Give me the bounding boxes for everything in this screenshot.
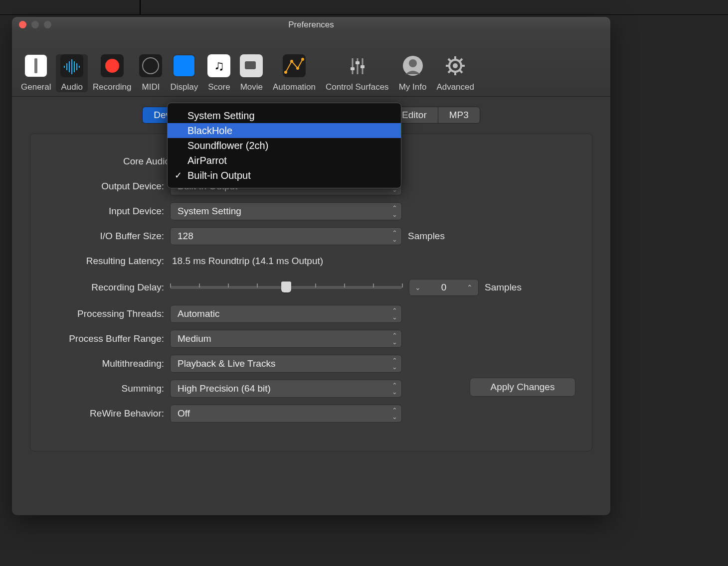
display-icon [173, 54, 195, 77]
chevron-down-icon[interactable]: ⌄ [409, 280, 426, 295]
summing-select[interactable]: High Precision (64 bit) ⌃⌄ [170, 380, 402, 398]
midi-icon [139, 54, 162, 77]
apply-changes-button[interactable]: Apply Changes [470, 378, 575, 397]
chevron-updown-icon: ⌃⌄ [392, 357, 397, 370]
svg-rect-15 [356, 61, 360, 64]
core-audio-label: Core Audio [45, 156, 176, 167]
svg-point-18 [409, 59, 417, 67]
toolbar-advanced[interactable]: Advanced [431, 54, 479, 92]
gear-icon [444, 54, 467, 77]
waveform-icon [60, 54, 83, 77]
svg-rect-16 [361, 65, 364, 68]
svg-line-27 [460, 59, 462, 61]
svg-line-25 [460, 70, 462, 73]
input-device-select[interactable]: System Setting ⌃⌄ [170, 202, 402, 220]
rewire-select[interactable]: Off ⌃⌄ [170, 405, 402, 423]
proc-buffer-label: Process Buffer Range: [45, 333, 170, 344]
samples-label: Samples [402, 231, 445, 242]
dropdown-item-system-setting[interactable]: System Setting [168, 108, 401, 123]
minimize-icon[interactable] [31, 21, 39, 28]
output-device-dropdown[interactable]: System Setting BlackHole Soundflower (2c… [167, 103, 401, 188]
svg-line-26 [448, 70, 451, 73]
rewire-label: ReWire Behavior: [45, 408, 170, 419]
toolbar-score[interactable]: Score [203, 54, 235, 92]
toolbar-movie[interactable]: Movie [235, 54, 268, 92]
io-buffer-select[interactable]: 128 ⌃⌄ [170, 227, 402, 245]
multithreading-select[interactable]: Playback & Live Tracks ⌃⌄ [170, 355, 402, 373]
dropdown-item-soundflower[interactable]: Soundflower (2ch) [168, 138, 401, 153]
dropdown-item-blackhole[interactable]: BlackHole [168, 123, 401, 138]
toolbar-my-info[interactable]: My Info [394, 54, 432, 92]
svg-rect-14 [351, 67, 355, 70]
person-icon [401, 54, 424, 77]
chevron-updown-icon: ⌃⌄ [392, 407, 397, 420]
toolbar-general[interactable]: General [16, 54, 56, 92]
chevron-up-icon[interactable]: ⌃ [461, 280, 478, 295]
proc-buffer-select[interactable]: Medium ⌃⌄ [170, 330, 402, 348]
toolbar-recording[interactable]: Recording [88, 54, 137, 92]
close-icon[interactable] [19, 21, 26, 28]
output-device-label: Output Device: [45, 181, 170, 192]
proc-threads-label: Processing Threads: [45, 308, 170, 319]
toolbar: General Audio Recording MIDI Display Sco… [12, 33, 610, 97]
slider-thumb[interactable] [281, 282, 291, 292]
recording-delay-label: Recording Delay: [45, 282, 170, 293]
svg-point-8 [290, 60, 293, 63]
dropdown-item-airparrot[interactable]: AirParrot [168, 153, 401, 168]
latency-label: Resulting Latency: [45, 256, 170, 267]
chevron-updown-icon: ⌃⌄ [392, 382, 397, 395]
record-icon [101, 54, 124, 77]
io-buffer-label: I/O Buffer Size: [45, 231, 170, 242]
input-device-label: Input Device: [45, 206, 170, 217]
recording-delay-slider[interactable] [170, 286, 402, 289]
automation-icon [283, 54, 306, 77]
toolbar-audio[interactable]: Audio [56, 54, 87, 92]
latency-value: 18.5 ms Roundtrip (14.1 ms Output) [170, 256, 323, 267]
sliders-icon [346, 54, 368, 77]
svg-line-24 [448, 59, 451, 61]
svg-point-28 [453, 63, 458, 68]
proc-threads-select[interactable]: Automatic ⌃⌄ [170, 305, 402, 323]
chevron-updown-icon: ⌃⌄ [392, 332, 397, 345]
score-icon [207, 54, 230, 77]
svg-point-7 [284, 71, 287, 74]
check-icon: ✓ [175, 168, 182, 183]
preferences-window: Preferences General Audio Recording MIDI… [12, 17, 610, 515]
multithreading-label: Multithreading: [45, 358, 170, 369]
movie-icon [240, 54, 263, 77]
switch-icon [24, 54, 47, 77]
chevron-updown-icon: ⌃⌄ [392, 230, 397, 243]
svg-point-10 [301, 58, 304, 61]
chevron-updown-icon: ⌃⌄ [392, 307, 397, 320]
svg-point-9 [296, 67, 299, 70]
subtab-mp3[interactable]: MP3 [438, 107, 480, 124]
dropdown-item-builtin-output[interactable]: ✓ Built-in Output [168, 168, 401, 183]
toolbar-control-surfaces[interactable]: Control Surfaces [321, 54, 394, 92]
summing-label: Summing: [45, 383, 170, 394]
chevron-updown-icon: ⌃⌄ [392, 205, 397, 218]
recording-delay-stepper[interactable]: ⌄ 0 ⌃ [409, 279, 479, 296]
toolbar-automation[interactable]: Automation [268, 54, 321, 92]
toolbar-midi[interactable]: MIDI [136, 54, 165, 92]
window-title: Preferences [288, 20, 334, 29]
toolbar-display[interactable]: Display [165, 54, 203, 92]
samples-label: Samples [479, 282, 522, 293]
maximize-icon[interactable] [44, 21, 51, 28]
titlebar[interactable]: Preferences [12, 17, 610, 33]
